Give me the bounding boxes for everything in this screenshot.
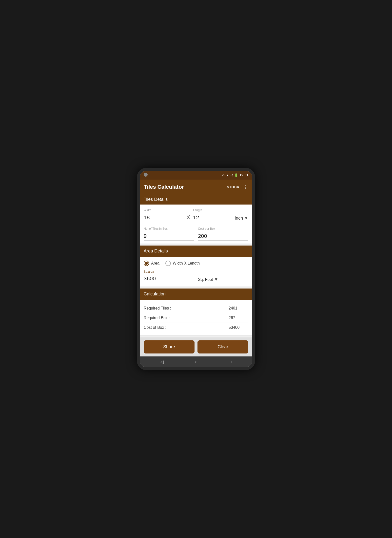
required-tiles-value: 2401 bbox=[229, 306, 248, 310]
sq-unit-value: Sq. Feet bbox=[198, 277, 213, 282]
area-details-header: Area Details bbox=[140, 246, 252, 257]
sq-dropdown-icon: ▼ bbox=[214, 277, 218, 282]
radio-wxl-label: Width X Length bbox=[173, 261, 200, 266]
cost-per-box-label: Cost per Box bbox=[198, 227, 248, 230]
area-details-title: Area Details bbox=[144, 248, 168, 253]
unit-dropdown-icon: ▼ bbox=[244, 216, 248, 221]
back-nav-icon[interactable]: ◁ bbox=[160, 359, 164, 365]
share-button[interactable]: Share bbox=[144, 340, 195, 353]
nav-bar: ◁ ○ □ bbox=[140, 356, 252, 367]
radio-area[interactable]: Area bbox=[144, 261, 159, 266]
recent-nav-icon[interactable]: □ bbox=[229, 359, 232, 365]
signal-icon: ◁ bbox=[231, 173, 233, 177]
battery-icon: 🔋 bbox=[234, 173, 238, 177]
calculation-card: Calculation Required Tiles : 2401 Requir… bbox=[140, 289, 252, 335]
width-label: Width bbox=[144, 208, 183, 212]
bottom-buttons: Share Clear bbox=[140, 337, 252, 356]
sq-area-label: Sq.area bbox=[144, 270, 194, 273]
required-box-value: 267 bbox=[229, 316, 248, 320]
length-label: Length bbox=[193, 208, 233, 212]
tiles-details-header: Tiles Details bbox=[140, 194, 252, 205]
required-tiles-row: Required Tiles : 2401 bbox=[144, 304, 248, 313]
home-nav-icon[interactable]: ○ bbox=[195, 359, 198, 365]
cost-per-box-group: Cost per Box bbox=[198, 227, 248, 241]
tiles-details-title: Tiles Details bbox=[144, 197, 168, 202]
no-of-tiles-label: No. of Tiles in Box bbox=[144, 227, 194, 230]
width-group: Width bbox=[144, 208, 183, 222]
calculation-header: Calculation bbox=[140, 289, 252, 300]
area-input-row: Sq.area Sq. Feet ▼ bbox=[144, 270, 248, 283]
radio-area-label: Area bbox=[151, 261, 159, 266]
tiles-dimension-row: Width X Length inch ▼ bbox=[144, 208, 248, 222]
unit-selector[interactable]: inch ▼ bbox=[235, 215, 248, 222]
time-display: 12:51 bbox=[239, 173, 248, 177]
app-bar-actions: STOCK ⋮ bbox=[227, 184, 248, 190]
status-bar-right: ⊖ ▲ ◁ 🔋 12:51 bbox=[222, 173, 248, 177]
width-input[interactable] bbox=[144, 213, 183, 222]
multiply-icon: X bbox=[185, 214, 191, 222]
cost-of-box-label: Cost of Box : bbox=[144, 325, 229, 330]
more-options-icon[interactable]: ⋮ bbox=[243, 184, 248, 190]
calculation-title: Calculation bbox=[144, 291, 166, 296]
area-details-card: Area Details Area Width X Lengt bbox=[140, 246, 252, 287]
radio-area-inner bbox=[145, 262, 148, 265]
phone-screen: ⊖ ▲ ◁ 🔋 12:51 Tiles Calculator STOCK ⋮ T… bbox=[140, 171, 252, 367]
radio-row: Area Width X Length bbox=[144, 261, 248, 266]
tiles-details-body: Width X Length inch ▼ bbox=[140, 205, 252, 244]
notification-icon bbox=[144, 173, 148, 177]
cost-per-box-input[interactable] bbox=[198, 232, 248, 241]
sq-area-input[interactable] bbox=[144, 274, 194, 283]
required-tiles-label: Required Tiles : bbox=[144, 306, 229, 310]
calculation-body: Required Tiles : 2401 Required Box : 267… bbox=[140, 300, 252, 335]
status-bar: ⊖ ▲ ◁ 🔋 12:51 bbox=[140, 171, 252, 180]
radio-width-x-length[interactable]: Width X Length bbox=[165, 261, 200, 266]
do-not-disturb-icon: ⊖ bbox=[222, 173, 225, 177]
sq-area-group: Sq.area bbox=[144, 270, 194, 283]
status-bar-left bbox=[144, 173, 148, 178]
tiles-details-card: Tiles Details Width X Length bbox=[140, 194, 252, 244]
radio-wxl-outer bbox=[165, 261, 171, 266]
app-title: Tiles Calculator bbox=[144, 184, 184, 190]
cost-of-box-row: Cost of Box : 53400 bbox=[144, 323, 248, 332]
tiles-extra-row: No. of Tiles in Box Cost per Box bbox=[144, 227, 248, 241]
no-of-tiles-group: No. of Tiles in Box bbox=[144, 227, 194, 241]
no-of-tiles-input[interactable] bbox=[144, 232, 194, 241]
required-box-row: Required Box : 267 bbox=[144, 313, 248, 323]
radio-area-outer bbox=[144, 261, 149, 266]
wifi-icon: ▲ bbox=[226, 173, 229, 177]
stock-button[interactable]: STOCK bbox=[227, 185, 239, 189]
app-bar: Tiles Calculator STOCK ⋮ bbox=[140, 180, 252, 194]
required-box-label: Required Box : bbox=[144, 316, 229, 320]
area-details-body: Area Width X Length Sq.area bbox=[140, 257, 252, 287]
cost-of-box-value: 53400 bbox=[229, 325, 248, 330]
length-group: Length bbox=[193, 208, 233, 222]
unit-value: inch bbox=[235, 216, 243, 221]
length-input[interactable] bbox=[193, 213, 233, 222]
content-area: Tiles Details Width X Length bbox=[140, 194, 252, 356]
phone-shell: ⊖ ▲ ◁ 🔋 12:51 Tiles Calculator STOCK ⋮ T… bbox=[137, 168, 255, 370]
sq-unit-selector[interactable]: Sq. Feet ▼ bbox=[198, 276, 248, 283]
clear-button[interactable]: Clear bbox=[197, 340, 248, 353]
